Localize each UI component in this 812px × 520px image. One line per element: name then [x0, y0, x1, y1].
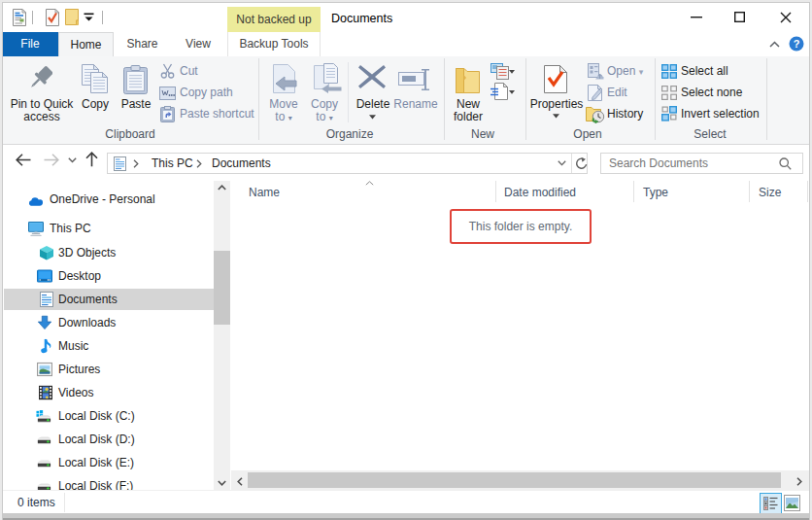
svg-text:?: ? — [794, 38, 800, 50]
